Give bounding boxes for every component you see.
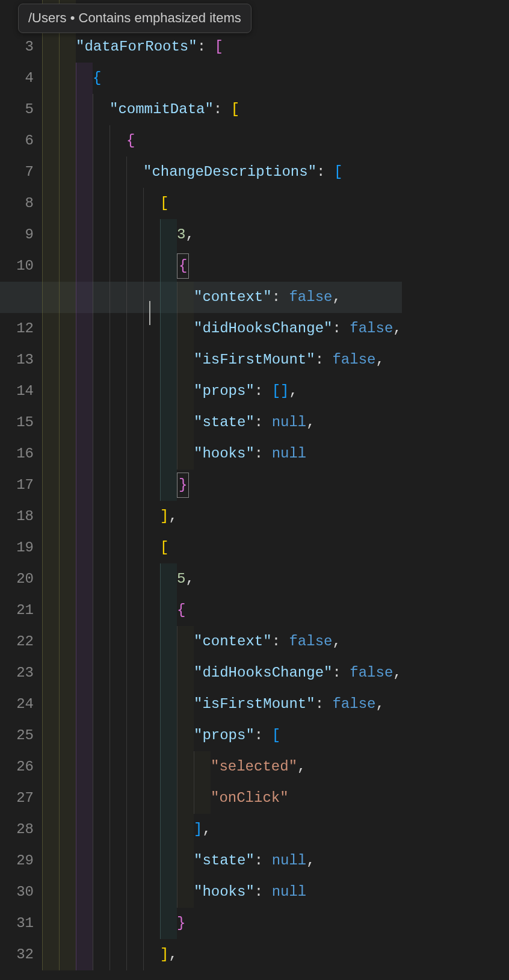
code-line[interactable]: "hooks": null (42, 438, 402, 470)
line-content: ], (160, 508, 177, 524)
line-number: 22 (0, 626, 34, 657)
indent-guide (177, 657, 194, 689)
code-line[interactable]: ], (42, 814, 402, 845)
code-line[interactable]: ], (42, 939, 402, 970)
indent-guide (93, 438, 110, 470)
line-content: "isFirstMount": false, (194, 696, 384, 712)
code-line[interactable]: [ (42, 532, 402, 563)
indent-guide (126, 908, 143, 939)
code-line[interactable]: ], (42, 501, 402, 532)
indent-guide (42, 720, 59, 751)
token: false (289, 289, 332, 305)
indent-guide (143, 751, 160, 783)
indent-guide (143, 563, 160, 595)
line-number: 32 (0, 939, 34, 970)
indent-guide (42, 751, 59, 783)
indent-guide (126, 470, 143, 501)
token: state (202, 414, 245, 430)
indent-guide (76, 501, 93, 532)
indent-guide (93, 94, 110, 125)
code-line[interactable]: } (42, 470, 402, 501)
indent-guide (76, 125, 93, 157)
code-line[interactable]: { (42, 595, 402, 626)
indent-guide (126, 720, 143, 751)
token: [ (160, 539, 168, 556)
bracket-match-box: { (177, 253, 189, 279)
indent-guide (76, 845, 93, 876)
code-line[interactable]: "hooks": null (42, 876, 402, 908)
indent-guide (59, 157, 76, 188)
token: " (188, 39, 197, 55)
indent-guide (177, 626, 194, 657)
code-line[interactable]: [ (42, 188, 402, 219)
code-line[interactable]: } (42, 908, 402, 939)
token: , (375, 352, 384, 368)
code-line[interactable]: "onClick" (42, 783, 402, 814)
token: : (255, 884, 272, 900)
indent-guide (93, 157, 110, 188)
token: " (245, 852, 254, 869)
token: didHooksChange (202, 665, 324, 681)
code-line[interactable]: { (42, 250, 402, 282)
indent-guide (42, 376, 59, 407)
code-line[interactable]: "props": [], (42, 376, 402, 407)
indent-guide (42, 908, 59, 939)
code-line[interactable]: "changeDescriptions": [ (42, 157, 402, 188)
indent-guide (160, 250, 177, 282)
indent-guide (93, 344, 110, 376)
indent-guide (126, 626, 143, 657)
indent-guide (76, 657, 93, 689)
indent-guide (93, 783, 110, 814)
indent-guide (93, 501, 110, 532)
code-line[interactable]: "commitData": [ (42, 94, 402, 125)
indent-guide (59, 376, 76, 407)
indent-guide (93, 407, 110, 438)
line-number: 23 (0, 657, 34, 689)
indent-guide (93, 250, 110, 282)
code-area[interactable]: "version": 5,"dataForRoots": [{"commitDa… (42, 0, 402, 970)
indent-guide (143, 908, 160, 939)
indent-guide (76, 563, 93, 595)
code-line[interactable]: "isFirstMount": false, (42, 344, 402, 376)
code-line[interactable]: "state": null, (42, 407, 402, 438)
indent-guide (42, 344, 59, 376)
line-content: "dataForRoots": [ (76, 39, 223, 55)
indent-guide (59, 282, 76, 313)
code-line[interactable]: "isFirstMount": false, (42, 689, 402, 720)
indent-guide (143, 313, 160, 344)
line-content: "changeDescriptions": [ (143, 164, 342, 180)
code-line[interactable]: 5, (42, 563, 402, 595)
indent-guide (110, 125, 126, 157)
token: : (197, 39, 215, 55)
code-line[interactable]: "dataForRoots": [ (42, 31, 402, 63)
code-line[interactable]: "props": [ (42, 720, 402, 751)
code-line[interactable]: "didHooksChange": false, (42, 313, 402, 344)
token: ] (280, 383, 289, 399)
token: " (324, 665, 332, 681)
code-line[interactable]: "context": false, (42, 282, 402, 313)
code-line[interactable]: "selected", (42, 751, 402, 783)
code-line[interactable]: { (42, 125, 402, 157)
indent-guide (160, 876, 177, 908)
indent-guide (110, 376, 126, 407)
indent-guide (59, 344, 76, 376)
indent-guide (42, 939, 59, 970)
token: " (263, 289, 271, 305)
indent-guide (110, 188, 126, 219)
line-number: 20 (0, 563, 34, 595)
token: " (194, 445, 202, 462)
code-line[interactable]: { (42, 63, 402, 94)
code-line[interactable]: "context": false, (42, 626, 402, 657)
code-line[interactable]: "didHooksChange": false, (42, 657, 402, 689)
indent-guide (59, 845, 76, 876)
indent-guide (143, 501, 160, 532)
code-line[interactable]: 3, (42, 219, 402, 250)
token: " (194, 352, 202, 368)
line-number: 21 (0, 595, 34, 626)
code-line[interactable]: "state": null, (42, 845, 402, 876)
indent-guide (110, 470, 126, 501)
token: , (297, 758, 306, 775)
indent-guide (76, 63, 93, 94)
token: , (375, 696, 384, 712)
token: , (393, 320, 401, 336)
